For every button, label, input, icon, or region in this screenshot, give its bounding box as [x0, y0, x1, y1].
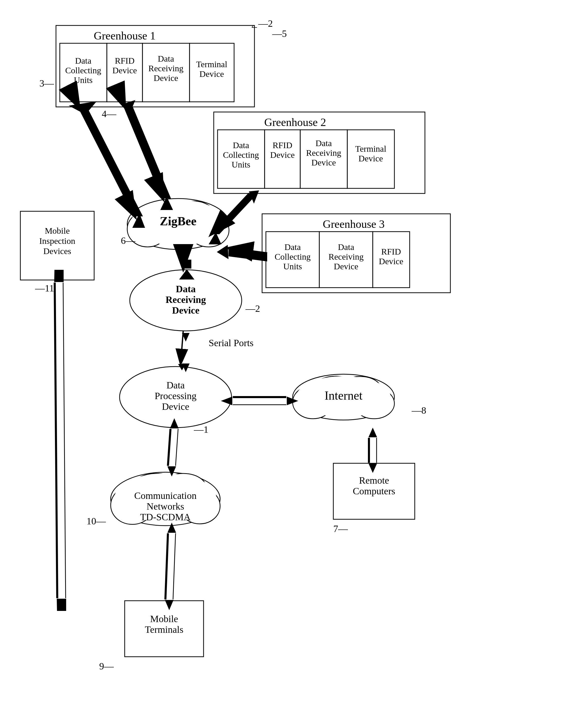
- svg-text:—2: —2: [258, 18, 273, 29]
- svg-text:Serial Ports: Serial Ports: [209, 337, 254, 348]
- svg-text:—5: —5: [272, 28, 287, 39]
- svg-text:—2: —2: [245, 303, 260, 314]
- zigbee-cloud: [122, 193, 234, 265]
- svg-text:—8: —8: [412, 405, 426, 416]
- svg-text:9—: 9—: [99, 661, 114, 671]
- greenhouse-3: [262, 214, 450, 293]
- mobile-inspection-devices-box: [20, 211, 94, 280]
- svg-marker-159: [57, 599, 66, 611]
- svg-text:4—: 4—: [102, 109, 117, 119]
- greenhouse-2: [214, 112, 425, 193]
- communication-networks-cloud: [110, 466, 220, 542]
- data-receiving-device-oval: [130, 270, 242, 331]
- internet-cloud: [288, 369, 400, 435]
- svg-text:—11: —11: [35, 283, 54, 293]
- greenhouse-1: [56, 25, 255, 107]
- remote-computers-box: [333, 463, 415, 519]
- mobile-terminals-box: [125, 601, 204, 657]
- data-processing-device-oval: [120, 367, 231, 427]
- svg-text:3—: 3—: [40, 78, 54, 88]
- svg-text:7—: 7—: [333, 523, 348, 534]
- svg-text:10—: 10—: [86, 516, 106, 526]
